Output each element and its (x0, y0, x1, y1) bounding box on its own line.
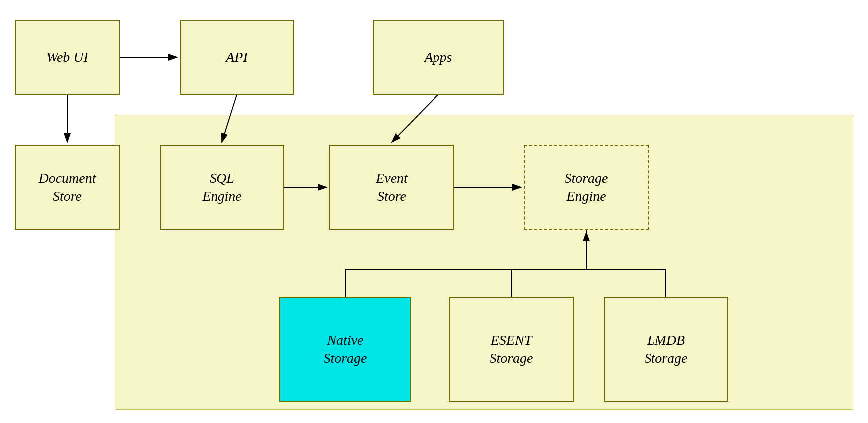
document-store-label: DocumentStore (38, 169, 96, 206)
sql-engine-box: SQLEngine (160, 145, 284, 230)
esent-storage-box: ESENTStorage (449, 297, 574, 402)
web-ui-box: Web UI (15, 20, 120, 95)
web-ui-label: Web UI (46, 48, 88, 66)
apps-label: Apps (425, 48, 452, 66)
event-store-label: EventStore (376, 169, 408, 206)
storage-engine-label: StorageEngine (564, 169, 608, 206)
sql-engine-label: SQLEngine (202, 169, 241, 206)
event-store-box: EventStore (329, 145, 454, 230)
apps-box: Apps (373, 20, 504, 95)
native-storage-box: NativeStorage (279, 297, 411, 402)
lmdb-storage-label: LMDBStorage (644, 331, 687, 368)
lmdb-storage-box: LMDBStorage (604, 297, 728, 402)
api-box: API (180, 20, 294, 95)
native-storage-label: NativeStorage (323, 331, 367, 368)
api-label: API (226, 48, 248, 66)
document-store-box: DocumentStore (15, 145, 120, 230)
diagram: Web UI API Apps DocumentStore SQLEngine … (0, 0, 868, 423)
storage-engine-box: StorageEngine (524, 145, 649, 230)
esent-storage-label: ESENTStorage (489, 331, 533, 368)
